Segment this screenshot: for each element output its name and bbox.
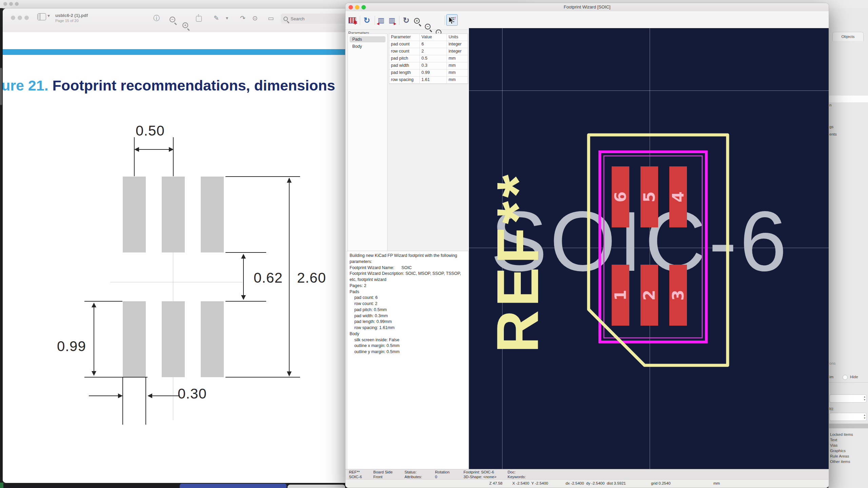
arrowhead — [287, 371, 292, 377]
dim-label-pad-width: 0.30 — [178, 386, 207, 402]
pad-3[interactable]: 3 — [669, 265, 687, 326]
status-rotation-value: 0 — [435, 475, 437, 479]
objects-list-item[interactable]: Text — [830, 438, 837, 442]
objects-list-item[interactable]: Other items — [830, 460, 850, 464]
page-list-item-body[interactable]: Body — [350, 43, 386, 49]
toolbar-separator — [399, 16, 399, 25]
status-attributes-label: Attributes: — [405, 475, 422, 479]
figure-pad — [201, 177, 224, 252]
background-button-sliver[interactable] — [180, 484, 287, 488]
share-icon[interactable]: ↑ — [196, 16, 202, 22]
kicad-appearance-panel: Objects n gs ents ons im Hide ▴▾ b): ▴▾ … — [828, 8, 868, 488]
parameters-table: Parameter Value Units pad count 6 intege… — [389, 34, 468, 84]
pad-2[interactable]: 2 — [640, 265, 658, 326]
objects-list-item[interactable]: Graphics — [830, 449, 846, 453]
param-value-cell[interactable]: 2 — [420, 48, 447, 55]
param-value-cell[interactable]: 1.61 — [420, 77, 447, 84]
param-value-cell[interactable]: 0.3 — [420, 62, 447, 69]
chevron-down-icon[interactable]: ▾ — [226, 15, 228, 21]
markup-pencil-icon[interactable]: ✎ — [214, 14, 219, 22]
layer-preset-dropdown[interactable]: ▴▾ — [829, 394, 867, 403]
figure-pad — [123, 177, 146, 252]
column-header: Parameter — [389, 34, 420, 41]
hide-radio[interactable] — [843, 375, 848, 380]
traffic-light-icon[interactable] — [9, 2, 13, 6]
cut-label: ons — [829, 361, 836, 365]
zoom-window-icon[interactable] — [24, 16, 29, 20]
previous-wizard-page-icon[interactable]: ▥ ◀ — [376, 15, 386, 25]
minimize-icon[interactable] — [18, 16, 22, 20]
toolbar-separator — [445, 16, 445, 25]
dim-label-overall: 2.60 — [297, 270, 326, 286]
traffic-light-icon[interactable] — [15, 2, 19, 6]
dim-ext-line — [145, 377, 146, 425]
coords-xy: X -2.5400 Y -2.5400 — [512, 481, 548, 485]
zoom-in-icon[interactable]: + — [414, 18, 420, 24]
update-preview-icon[interactable]: ↻ — [362, 15, 372, 25]
param-value-cell[interactable]: 0.5 — [420, 55, 447, 62]
coords-grid: grid 0.2540 — [651, 481, 671, 485]
search-field[interactable] — [281, 14, 350, 24]
zoom-out-icon[interactable]: − — [425, 24, 431, 29]
cut-label: gs — [829, 125, 833, 129]
chevron-down-icon[interactable]: ▾ — [47, 13, 50, 18]
pad-1[interactable]: 1 — [612, 265, 629, 326]
figure-pad — [162, 301, 185, 377]
next-wizard-page-icon[interactable]: ▥ ▶ — [387, 15, 397, 25]
search-input[interactable] — [290, 16, 335, 22]
viewport-dropdown[interactable]: ▴▾ — [829, 413, 867, 421]
dim-label-row-gap: 0.62 — [254, 270, 283, 286]
bottom-green-sliver — [0, 483, 3, 488]
status-board-side-label: Board Side — [373, 470, 393, 474]
wizard-titlebar[interactable]: Footprint Wizard [SOIC] — [346, 3, 829, 12]
objects-list-item[interactable]: Locked items — [830, 432, 853, 436]
dim-line — [289, 181, 290, 373]
scrollbar-thumb[interactable] — [0, 68, 2, 105]
zoom-in-icon[interactable]: + — [182, 22, 188, 28]
info-icon[interactable]: ⓘ — [153, 14, 160, 23]
dim-line — [243, 258, 244, 296]
close-icon[interactable] — [11, 16, 15, 20]
status-3d-shape: 3D-Shape: <none> — [463, 475, 496, 479]
highlight-icon[interactable]: ⊙ — [252, 14, 258, 22]
param-units-cell: integer — [447, 48, 468, 55]
dim-line — [89, 395, 119, 396]
new-footprint-wizard-icon[interactable]: ✱ — [347, 15, 357, 25]
screen: ▾ usblc6-2 (1).pdf Page 15 of 20 ⓘ − + ↑… — [0, 0, 868, 488]
zoom-out-icon[interactable]: − — [170, 17, 175, 22]
coords-dxy: dx -2.5400 dy -2.5400 dist 3.5921 — [566, 481, 626, 485]
param-units-cell: mm — [447, 55, 468, 62]
page-list-item-pads[interactable]: Pads — [350, 36, 386, 42]
arrowhead — [134, 147, 139, 152]
panel-divider-bar — [828, 424, 868, 428]
dim-ext-line — [84, 377, 147, 378]
ref-designator-text: REF** — [486, 113, 549, 411]
hide-label: Hide — [850, 375, 858, 379]
pdf-page-indicator: Page 15 of 20 — [55, 19, 79, 23]
objects-list-item[interactable]: Vias — [830, 443, 837, 447]
pcb-canvas[interactable]: SOIC-6 6 5 4 1 2 3 REF** — [469, 28, 829, 469]
param-value-cell[interactable]: 6 — [420, 41, 447, 48]
dim-ext-line — [84, 301, 122, 302]
tab-objects[interactable]: Objects — [832, 32, 864, 41]
figure-pad — [162, 177, 185, 252]
column-header: Units — [447, 34, 468, 41]
note-icon[interactable]: ▭ — [268, 14, 274, 22]
pad-4[interactable]: 4 — [669, 166, 687, 227]
pad-6[interactable]: 6 — [612, 166, 629, 227]
pad-5[interactable]: 5 — [640, 166, 658, 227]
rotate-icon[interactable]: ↷ — [240, 14, 245, 22]
dim-label-pitch: 0.50 — [136, 123, 165, 139]
param-value-cell[interactable]: 0.99 — [420, 69, 447, 77]
redraw-view-icon[interactable]: ↻ — [401, 15, 411, 25]
objects-list-item[interactable]: Rule Areas — [830, 454, 849, 458]
coords-units: mm — [713, 481, 720, 485]
wizard-toolbar: ✱ ↻ ▥ ◀ ▥ ▶ ↻ + − ▪ ☰ ↑ — [346, 11, 829, 30]
pdf-header-rule — [3, 49, 346, 55]
param-name-cell: row count — [389, 48, 420, 55]
traffic-light-icon[interactable] — [3, 2, 7, 6]
status-ref: REF** — [349, 470, 360, 474]
dim-ext-line — [134, 137, 135, 176]
param-name-cell: row spacing — [389, 77, 420, 84]
sidebar-toggle-icon[interactable] — [37, 13, 46, 20]
